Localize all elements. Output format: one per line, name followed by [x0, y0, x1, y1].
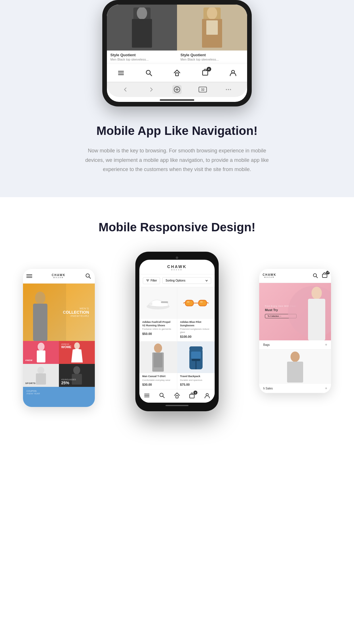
right-logo-sub: BAZAR: [263, 276, 276, 278]
profile-nav-item[interactable]: [229, 69, 237, 77]
svg-point-63: [311, 287, 322, 299]
forward-arrow-icon: [148, 87, 154, 92]
backpack-svg: [186, 343, 206, 372]
right-category-sales[interactable]: h Sales: [259, 384, 331, 393]
sunglasses-cell: #SUNGLASSES 25%: [59, 364, 95, 387]
sales-category-dot: [325, 387, 327, 389]
center-hamburger-icon: [144, 392, 150, 399]
svg-point-19: [228, 89, 229, 90]
left-phone-header: CHAWK BAZAR: [23, 269, 95, 284]
hamburger-nav-item[interactable]: [117, 69, 125, 77]
svg-rect-8: [118, 73, 124, 73]
search-nav-item[interactable]: [145, 69, 153, 77]
svg-line-56: [163, 396, 164, 398]
left-phone: CHAWK BAZAR MEN'S COLLECTION: [23, 269, 95, 407]
phones-showcase: CHAWK BAZAR MEN'S COLLECTION: [0, 252, 354, 510]
left-logo-sub: BAZAR: [52, 277, 66, 278]
product-card-sunglasses[interactable]: Adidas Blue Pilot Sunglasses Polarized s…: [177, 287, 215, 341]
person-pink-icon: [34, 342, 48, 362]
center-home-nav[interactable]: [174, 392, 180, 400]
product-card-shoes[interactable]: Adidas FuelCell Propel V2 Running Shoes …: [139, 287, 177, 341]
menu-line-2: [26, 276, 32, 276]
product-info-1: Style Quotient Men Black top sleeveless.…: [107, 51, 177, 61]
center-brand-sub: BAZAR: [167, 269, 187, 271]
svg-point-25: [38, 343, 45, 351]
product-card-shirt[interactable]: Man Casual T-Shirt Comfortable everyday …: [139, 342, 177, 389]
svg-point-4: [207, 7, 217, 20]
center-profile-nav[interactable]: [204, 392, 210, 400]
svg-point-27: [74, 342, 80, 349]
center-home-icon: [174, 392, 180, 399]
camera-notch: [166, 256, 188, 260]
browser-more-btn[interactable]: [224, 85, 233, 94]
product-info-2: Style Quotient Men Black top sleeveless.…: [177, 51, 247, 61]
svg-point-1: [137, 7, 147, 20]
mobile-nav-bar: 4: [107, 64, 247, 82]
browser-forward-btn[interactable]: [147, 85, 156, 94]
filter-label: Filter: [151, 279, 157, 282]
product-brand-1: Style Quotient: [110, 53, 174, 57]
phone-screen-top: Style Quotient Men Black top sleeveless.…: [107, 5, 247, 102]
product-image-1: [107, 5, 177, 51]
svg-point-23: [35, 292, 45, 304]
svg-point-30: [73, 366, 80, 374]
product-info-backpack: Travel Backpack Durable and spacious $75…: [177, 373, 215, 386]
svg-point-59: [206, 393, 208, 396]
svg-rect-13: [203, 71, 208, 75]
product-name-sunglasses: Adidas Blue Pilot Sunglasses: [180, 321, 212, 327]
dress-women-cell: #DRESS WOME: [59, 341, 95, 364]
mens-tag: MEN'S: [63, 307, 89, 310]
center-search-nav[interactable]: [159, 392, 165, 400]
nav-section-title: Mobile App Like Navigation!: [82, 124, 272, 138]
phone-top-container: Style Quotient Men Black top sleeveless.…: [0, 0, 354, 106]
filter-icon: [146, 279, 149, 282]
browser-new-tab-btn[interactable]: [172, 85, 182, 94]
product-info-sunglasses: Adidas Blue Pilot Sunglasses Polarized s…: [177, 319, 215, 338]
right-sale-banner: [259, 350, 331, 384]
browser-back-btn[interactable]: [121, 85, 130, 94]
center-cart-badge: 0: [193, 391, 197, 395]
svg-rect-54: [144, 397, 149, 397]
person-shirt-svg: [148, 343, 168, 372]
left-hamburger-btn[interactable]: [26, 274, 32, 278]
person-decoration: [29, 289, 52, 341]
browser-bar: 32: [107, 82, 247, 97]
home-nav-item[interactable]: [173, 69, 181, 77]
svg-rect-48: [191, 352, 201, 359]
tab-count-btn[interactable]: 32: [198, 85, 207, 94]
coupon-cell: COUPON #NEW YEAR: [23, 387, 95, 407]
menu-line-3: [26, 277, 32, 278]
more-dots-icon: [225, 86, 232, 93]
plus-icon: [174, 86, 180, 93]
center-cart-nav[interactable]: 0: [189, 392, 195, 400]
left-search-icon[interactable]: [85, 273, 91, 279]
svg-point-43: [200, 301, 203, 303]
center-hamburger-nav[interactable]: [144, 392, 150, 400]
product-card-backpack[interactable]: Travel Backpack Durable and spacious $75…: [177, 342, 215, 389]
svg-rect-49: [189, 346, 203, 351]
cart-nav-item[interactable]: 4: [201, 69, 209, 77]
svg-point-20: [230, 89, 231, 90]
product-img-shirt: [139, 342, 177, 373]
svg-rect-6: [206, 20, 218, 35]
mens-title: COLLECTION: [63, 310, 89, 315]
right-phone-logo: CHAWK BAZAR: [263, 273, 276, 278]
sales-category-name: h Sales: [263, 387, 273, 390]
center-home-indicator: [166, 405, 188, 406]
chevron-down-icon: [205, 279, 208, 282]
right-search-icon[interactable]: [313, 273, 318, 279]
nav-section-text: Mobile App Like Navigation! Now mobile i…: [76, 124, 278, 174]
product-info-shirt: Man Casual T-Shirt Comfortable everyday …: [139, 373, 177, 386]
sort-button[interactable]: Sorting Options: [162, 277, 211, 284]
product-brand-2: Style Quotient: [180, 53, 244, 57]
mens-hashtag: #NEWYEAR2: [63, 315, 89, 317]
cart-badge: 4: [207, 67, 211, 71]
filter-button[interactable]: Filter: [143, 277, 160, 284]
product-desc-shoes: Footwear refers to garments: [142, 328, 174, 331]
svg-line-11: [150, 74, 152, 76]
home-icon: [173, 69, 181, 77]
right-category-bags[interactable]: Bags: [259, 340, 331, 350]
svg-rect-51: [192, 359, 200, 361]
right-cart-badge: 0: [326, 271, 330, 274]
sports-label: SPORTS: [25, 382, 36, 385]
